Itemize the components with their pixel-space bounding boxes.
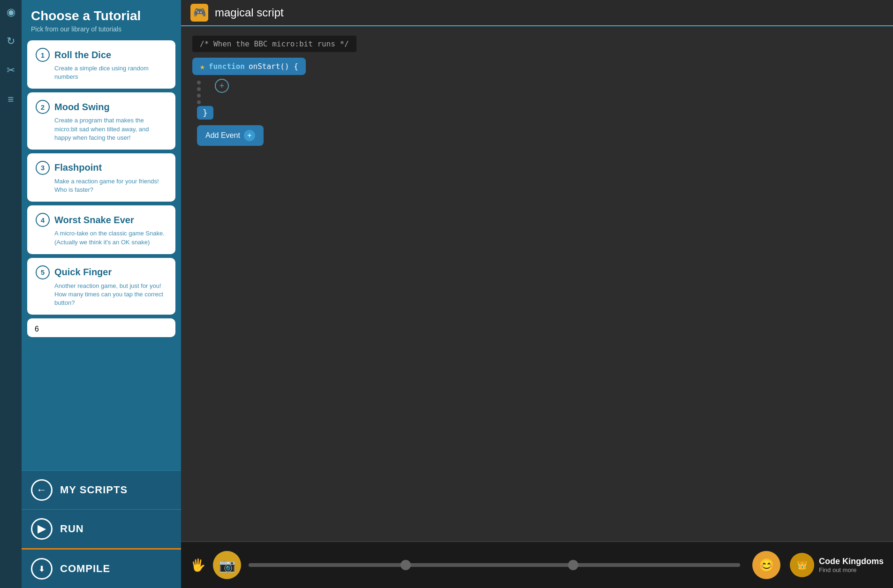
tutorial-number-6: 6 (35, 325, 168, 333)
bottom-buttons: ← MY SCRIPTS ▶ RUN ⬇ COMPILE (22, 470, 181, 588)
main-area: 🎮 magical script /* When the BBC micro:b… (181, 0, 893, 588)
tutorial-panel-subtitle: Pick from our library of tutorials (31, 25, 172, 33)
tutorial-desc-1: Create a simple dice using random number… (36, 64, 167, 81)
tutorial-item-1-header: 1 Roll the Dice (36, 48, 167, 62)
zoom-slider[interactable] (249, 563, 740, 567)
header-bar: 🎮 magical script (181, 0, 893, 26)
tutorial-number-5: 5 (36, 265, 50, 279)
compile-label: COMPILE (60, 563, 110, 575)
function-name: onStart() { (249, 62, 298, 71)
tutorial-title-4: Worst Snake Ever (54, 215, 134, 226)
star-icon: ★ (200, 61, 205, 71)
my-scripts-button[interactable]: ← MY SCRIPTS (22, 470, 181, 509)
close-brace: } (197, 106, 213, 120)
mascot-character: 😊 (748, 546, 785, 584)
tutorial-item-6-header: 6 (35, 325, 168, 333)
tutorial-list: 1 Roll the Dice Create a simple dice usi… (22, 37, 181, 470)
tutorial-item-5[interactable]: 5 Quick Finger Another reaction game, bu… (27, 258, 175, 315)
add-event-label: Add Event (205, 131, 240, 140)
code-dots (197, 79, 201, 106)
script-title: magical script (215, 6, 284, 19)
add-event-button[interactable]: Add Event + (197, 125, 264, 146)
code-editor: /* When the BBC micro:bit runs */ ★ func… (181, 26, 893, 541)
ck-logo-icon: 👑 (790, 553, 814, 577)
tutorial-desc-2: Create a program that makes the micro:bi… (36, 116, 167, 142)
code-dot-2 (197, 87, 201, 91)
mascot-face: 😊 (752, 551, 780, 579)
code-dot-4 (197, 100, 201, 104)
tutorial-title-2: Mood Swing (54, 102, 110, 113)
function-keyword: function (209, 62, 245, 71)
tutorial-item-1[interactable]: 1 Roll the Dice Create a simple dice usi… (27, 40, 175, 89)
slider-track (249, 563, 740, 567)
code-dot-3 (197, 94, 201, 98)
cut-icon[interactable]: ✂ (3, 63, 18, 78)
tutorial-desc-3: Make a reaction game for your friends! W… (36, 177, 167, 194)
code-dot-1 (197, 81, 201, 84)
my-scripts-label: MY SCRIPTS (60, 484, 128, 496)
code-comment: /* When the BBC micro:bit runs */ (192, 36, 356, 52)
script-icon: 🎮 (190, 4, 208, 22)
add-line-button[interactable]: + (215, 79, 229, 93)
tutorial-item-3[interactable]: 3 Flashpoint Make a reaction game for yo… (27, 153, 175, 202)
ck-brand-subtitle: Find out more (819, 566, 884, 573)
hand-tool-icon[interactable]: 🖐 (190, 558, 205, 573)
compile-button[interactable]: ⬇ COMPILE (22, 548, 181, 588)
back-arrow-icon: ← (37, 484, 47, 496)
compile-circle-icon: ⬇ (31, 558, 53, 580)
tutorial-panel-title: Choose a Tutorial (31, 8, 172, 23)
tutorial-number-3: 3 (36, 161, 50, 175)
tutorial-title-3: Flashpoint (54, 162, 102, 173)
tutorial-desc-4: A micro-take on the classic game Snake. … (36, 229, 167, 246)
icon-bar: ◉ ↻ ✂ ≡ (0, 0, 22, 588)
tutorial-item-5-header: 5 Quick Finger (36, 265, 167, 279)
tutorial-item-4[interactable]: 4 Worst Snake Ever A micro-take on the c… (27, 205, 175, 254)
play-icon: ▶ (38, 523, 46, 535)
run-label: RUN (60, 523, 84, 535)
function-block[interactable]: ★ function onStart() { (192, 58, 306, 75)
toggle-icon[interactable]: ◉ (3, 5, 18, 20)
tutorial-panel: Choose a Tutorial Pick from our library … (22, 0, 181, 588)
tutorial-number-1: 1 (36, 48, 50, 62)
tutorial-item-2[interactable]: 2 Mood Swing Create a program that makes… (27, 92, 175, 150)
refresh-icon[interactable]: ↻ (3, 34, 18, 49)
tutorial-header: Choose a Tutorial Pick from our library … (22, 0, 181, 37)
back-circle-icon: ← (31, 479, 53, 501)
ck-branding[interactable]: 😊 👑 Code Kingdoms Find out more (748, 546, 884, 584)
ck-text: Code Kingdoms Find out more (819, 557, 884, 573)
tutorial-item-6-partial[interactable]: 6 (27, 318, 175, 337)
tutorial-item-2-header: 2 Mood Swing (36, 100, 167, 114)
slider-thumb-left[interactable] (401, 560, 411, 570)
download-icon: ⬇ (38, 565, 45, 573)
ck-crown-icon: 👑 (797, 560, 807, 570)
run-circle-icon: ▶ (31, 518, 53, 540)
camera-icon: 📷 (219, 558, 235, 573)
run-button[interactable]: ▶ RUN (22, 509, 181, 548)
ck-brand-name: Code Kingdoms (819, 557, 884, 566)
tutorial-desc-5: Another reaction game, but just for you!… (36, 282, 167, 308)
bottom-toolbar: 🖐 📷 😊 👑 Code Kingdoms Find out more (181, 541, 893, 588)
tutorial-number-2: 2 (36, 100, 50, 114)
menu-icon[interactable]: ≡ (3, 92, 18, 107)
tutorial-item-4-header: 4 Worst Snake Ever (36, 213, 167, 227)
tutorial-title-1: Roll the Dice (54, 50, 111, 60)
tutorial-number-4: 4 (36, 213, 50, 227)
slider-thumb-right[interactable] (568, 560, 578, 570)
tutorial-item-3-header: 3 Flashpoint (36, 161, 167, 175)
camera-button[interactable]: 📷 (213, 551, 241, 579)
tutorial-title-5: Quick Finger (54, 267, 112, 278)
add-event-plus-icon: + (244, 130, 255, 141)
